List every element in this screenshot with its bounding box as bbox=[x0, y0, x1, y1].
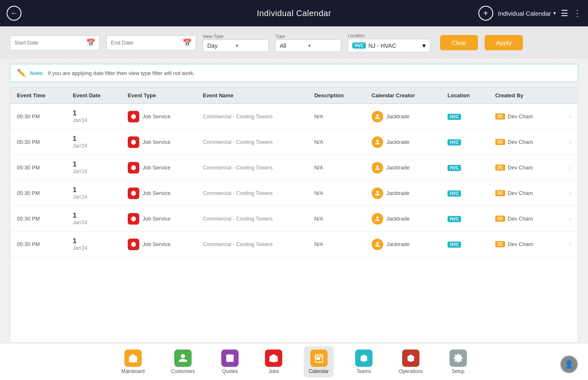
svg-rect-13 bbox=[317, 358, 318, 359]
nav-item-mainboard[interactable]: Mainboard bbox=[116, 346, 150, 378]
svg-marker-0 bbox=[131, 114, 136, 119]
nav-label-calendar: Calendar bbox=[309, 368, 329, 374]
nav-label-setup: Setup bbox=[452, 368, 464, 374]
cell-row-action[interactable]: › bbox=[557, 104, 578, 129]
cell-time: 05:30 PM bbox=[10, 206, 66, 232]
col-location: Location bbox=[441, 87, 489, 104]
nav-item-quotes[interactable]: Quotes bbox=[216, 346, 244, 378]
apply-button[interactable]: Apply bbox=[485, 35, 523, 50]
cell-row-action[interactable]: › bbox=[557, 232, 578, 257]
cell-event-type: Job Service bbox=[121, 155, 196, 181]
location-select[interactable]: HVC NJ - HVAC ▾ bbox=[348, 39, 430, 52]
cell-description: N/A bbox=[308, 232, 365, 257]
view-type-dropdown[interactable]: View Type Day ▾ bbox=[203, 34, 269, 52]
col-event-date: Event Date bbox=[66, 87, 121, 104]
nav-item-calendar[interactable]: Calendar bbox=[304, 346, 334, 378]
note-edit-icon: ✏️ bbox=[17, 68, 26, 77]
filter-bar: 📅 📅 View Type Day ▾ Type All ▾ Location … bbox=[0, 26, 588, 59]
dc-badge: DC bbox=[495, 241, 505, 247]
quotes-icon bbox=[221, 350, 239, 367]
nav-item-operations[interactable]: Operations bbox=[394, 346, 428, 378]
customers-icon bbox=[174, 350, 192, 367]
chevron-right-icon[interactable]: › bbox=[569, 190, 571, 197]
menu-icon[interactable]: ☰ bbox=[561, 8, 568, 18]
nav-item-setup[interactable]: Setup bbox=[445, 346, 472, 378]
chevron-right-icon[interactable]: › bbox=[569, 164, 571, 171]
note-bar: ✏️ Note: If you are applying date filter… bbox=[10, 64, 578, 82]
view-type-select[interactable]: Day ▾ bbox=[203, 40, 269, 52]
chevron-right-icon[interactable]: › bbox=[569, 241, 571, 248]
cell-location: HVC bbox=[441, 181, 489, 206]
header-calendar-label-text: Individual Calendar bbox=[498, 10, 551, 17]
table-row[interactable]: 05:30 PM 1 Jan'24 Job Service Commercial… bbox=[10, 155, 578, 181]
clear-button[interactable]: Clear bbox=[440, 35, 478, 50]
cell-date: 1 Jan'24 bbox=[66, 206, 121, 232]
cell-row-action[interactable]: › bbox=[557, 129, 578, 155]
dc-badge: DC bbox=[495, 216, 505, 222]
cell-row-action[interactable]: › bbox=[557, 155, 578, 181]
nav-label-jobs: Jobs bbox=[268, 368, 279, 374]
nav-item-jobs[interactable]: Jobs bbox=[260, 346, 287, 378]
user-avatar[interactable]: 👤 bbox=[560, 355, 578, 373]
header: ← Individual Calendar + Individual Calen… bbox=[0, 0, 588, 26]
start-date-calendar-icon[interactable]: 📅 bbox=[86, 38, 95, 47]
more-options-icon[interactable]: ⋮ bbox=[573, 8, 581, 18]
location-value: NJ - HVAC bbox=[368, 42, 422, 49]
location-label: Location bbox=[348, 33, 430, 38]
chevron-right-icon[interactable]: › bbox=[569, 113, 571, 120]
table-row[interactable]: 05:30 PM 1 Jan'24 Job Service Commercial… bbox=[10, 104, 578, 129]
job-service-icon bbox=[128, 213, 139, 225]
type-arrow-icon: ▾ bbox=[308, 43, 337, 49]
nav-item-teams[interactable]: Teams bbox=[350, 346, 377, 378]
svg-marker-4 bbox=[131, 216, 136, 221]
chevron-right-icon[interactable]: › bbox=[569, 138, 571, 145]
job-service-icon bbox=[128, 111, 139, 122]
table-row[interactable]: 05:30 PM 1 Jan'24 Job Service Commercial… bbox=[10, 129, 578, 155]
chevron-down-icon: ▾ bbox=[553, 10, 556, 16]
col-created-by: Created By bbox=[489, 87, 557, 104]
operations-icon bbox=[402, 350, 419, 367]
svg-marker-8 bbox=[269, 354, 278, 362]
note-label: Note: bbox=[30, 70, 44, 76]
cell-date: 1 Jan'24 bbox=[66, 129, 121, 155]
svg-marker-5 bbox=[131, 242, 136, 247]
start-date-field[interactable]: 📅 bbox=[10, 35, 100, 50]
page-title: Individual Calendar bbox=[257, 9, 331, 18]
add-button[interactable]: + bbox=[478, 6, 493, 21]
table-row[interactable]: 05:30 PM 1 Jan'24 Job Service Commercial… bbox=[10, 206, 578, 232]
table-row[interactable]: 05:30 PM 1 Jan'24 Job Service Commercial… bbox=[10, 232, 578, 257]
header-calendar-dropdown[interactable]: Individual Calendar ▾ bbox=[498, 10, 556, 17]
event-type-label: Job Service bbox=[143, 241, 171, 247]
type-dropdown[interactable]: Type All ▾ bbox=[275, 34, 341, 52]
nav-item-customers[interactable]: Customers bbox=[166, 346, 200, 378]
back-button[interactable]: ← bbox=[7, 6, 21, 21]
creator-avatar bbox=[372, 188, 383, 199]
events-table-container[interactable]: Event Time Event Date Event Type Event N… bbox=[10, 87, 578, 343]
creator-avatar bbox=[372, 213, 383, 225]
end-date-input[interactable] bbox=[111, 40, 180, 46]
jobs-icon bbox=[265, 350, 282, 367]
type-value: All bbox=[280, 42, 308, 49]
cell-description: N/A bbox=[308, 181, 365, 206]
chevron-right-icon[interactable]: › bbox=[569, 215, 571, 222]
cell-row-action[interactable]: › bbox=[557, 181, 578, 206]
cell-creator: Jacktrade bbox=[365, 232, 441, 257]
svg-rect-14 bbox=[319, 358, 320, 359]
creator-avatar bbox=[372, 136, 383, 148]
calendar-icon bbox=[310, 350, 328, 367]
cell-location: HVC bbox=[441, 232, 489, 257]
svg-marker-1 bbox=[131, 139, 136, 145]
cell-row-action[interactable]: › bbox=[557, 206, 578, 232]
start-date-input[interactable] bbox=[14, 40, 84, 46]
cell-date: 1 Jan'24 bbox=[66, 181, 121, 206]
end-date-field[interactable]: 📅 bbox=[106, 35, 196, 50]
table-row[interactable]: 05:30 PM 1 Jan'24 Job Service Commercial… bbox=[10, 181, 578, 206]
location-dropdown[interactable]: Location HVC NJ - HVAC ▾ bbox=[348, 33, 430, 52]
location-hvc-badge: HVC bbox=[447, 242, 461, 248]
svg-marker-16 bbox=[408, 354, 414, 362]
created-by-name: Dev Cham bbox=[508, 164, 533, 171]
end-date-calendar-icon[interactable]: 📅 bbox=[183, 38, 192, 47]
type-select[interactable]: All ▾ bbox=[275, 40, 341, 52]
cell-created-by: DC Dev Cham bbox=[489, 104, 557, 129]
cell-event-type: Job Service bbox=[121, 104, 196, 129]
